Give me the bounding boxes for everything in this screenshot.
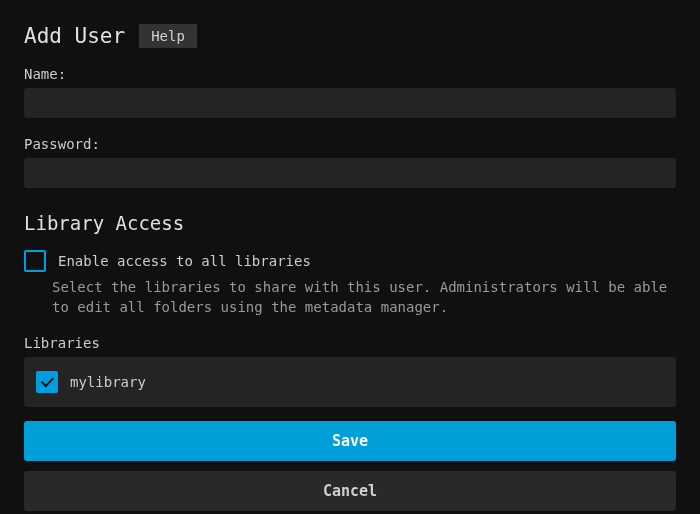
list-item: mylibrary	[36, 371, 664, 393]
password-label: Password:	[24, 136, 676, 152]
page-header: Add User Help	[24, 24, 676, 48]
help-button[interactable]: Help	[139, 24, 197, 48]
password-input[interactable]	[24, 158, 676, 188]
save-button[interactable]: Save	[24, 421, 676, 461]
library-item-checkbox[interactable]	[36, 371, 58, 393]
name-input[interactable]	[24, 88, 676, 118]
enable-all-checkbox[interactable]	[24, 250, 46, 272]
library-help-text: Select the libraries to share with this …	[52, 278, 676, 317]
library-access-title: Library Access	[24, 212, 676, 234]
libraries-list: mylibrary	[24, 357, 676, 407]
enable-all-row: Enable access to all libraries	[24, 250, 676, 272]
libraries-label: Libraries	[24, 335, 676, 351]
enable-all-label: Enable access to all libraries	[58, 253, 311, 269]
library-item-label: mylibrary	[70, 374, 146, 390]
cancel-button[interactable]: Cancel	[24, 471, 676, 511]
page-title: Add User	[24, 24, 125, 48]
name-label: Name:	[24, 66, 676, 82]
